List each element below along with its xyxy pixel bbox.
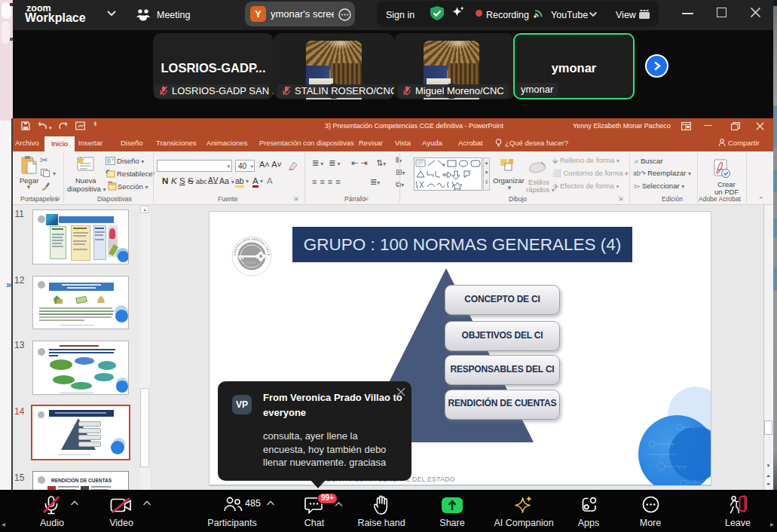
svg-text:04 DE 1927: 04 DE 1927: [242, 261, 256, 264]
